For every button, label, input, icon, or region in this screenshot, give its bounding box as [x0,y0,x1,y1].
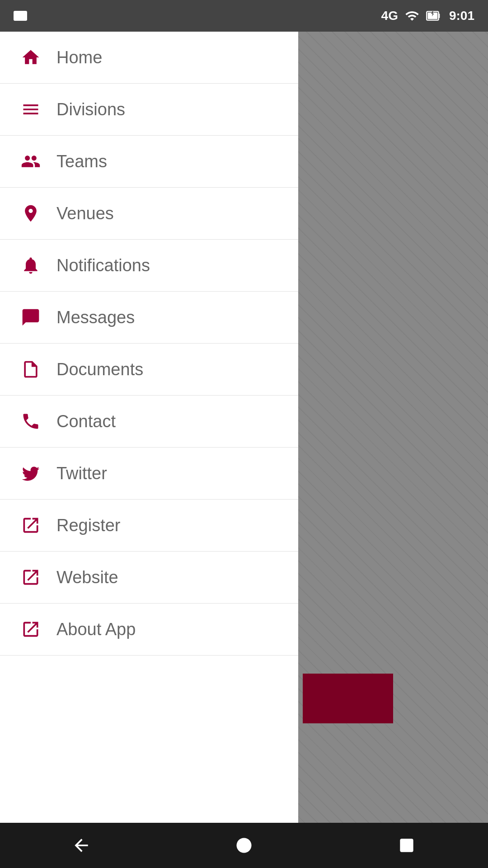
menu-label-home: Home [56,48,102,67]
menu-label-contact: Contact [56,412,116,431]
battery-icon [426,9,442,23]
menu-label-divisions: Divisions [56,100,125,119]
menu-item-venues[interactable]: Venues [0,188,298,240]
menu-item-notifications[interactable]: Notifications [0,240,298,292]
messages-icon [18,305,43,330]
drawer-menu: Home Divisions Teams Venues [0,32,298,868]
menu-label-teams: Teams [56,152,107,171]
venues-icon [18,201,43,226]
status-bar: 4G 9:01 [0,0,488,32]
menu-label-twitter: Twitter [56,464,107,483]
menu-label-notifications: Notifications [56,256,150,275]
twitter-icon [18,461,43,486]
signal-icon [405,9,419,23]
divisions-icon [18,97,43,122]
dark-red-box [303,674,393,723]
back-button[interactable] [63,827,99,863]
notifications-icon [18,253,43,278]
svg-rect-1 [428,13,438,19]
svg-point-3 [237,838,252,853]
main-layout: Home Divisions Teams Venues [0,32,488,868]
menu-item-about-app[interactable]: About App [0,604,298,656]
bg-overlay [298,32,488,868]
status-icons: 4G 9:01 [381,9,474,23]
clock: 9:01 [449,9,474,23]
website-icon [18,565,43,590]
menu-label-messages: Messages [56,308,135,327]
navigation-bar [0,823,488,868]
menu-label-venues: Venues [56,204,114,223]
home-icon [18,45,43,70]
menu-label-documents: Documents [56,360,143,379]
teams-icon [18,149,43,174]
home-button[interactable] [226,827,262,863]
register-icon [18,513,43,538]
menu-item-contact[interactable]: Contact [0,396,298,448]
background-area [298,32,488,868]
recents-button[interactable] [389,827,425,863]
svg-rect-4 [400,839,413,852]
documents-icon [18,357,43,382]
menu-item-register[interactable]: Register [0,500,298,552]
notification-icon [14,11,27,21]
menu-item-divisions[interactable]: Divisions [0,84,298,136]
about-app-icon [18,617,43,642]
menu-item-website[interactable]: Website [0,552,298,604]
contact-icon [18,409,43,434]
menu-item-home[interactable]: Home [0,32,298,84]
menu-item-messages[interactable]: Messages [0,292,298,344]
network-type: 4G [381,9,398,23]
menu-label-website: Website [56,568,118,587]
menu-item-teams[interactable]: Teams [0,136,298,188]
menu-label-register: Register [56,516,121,535]
menu-item-documents[interactable]: Documents [0,344,298,396]
menu-item-twitter[interactable]: Twitter [0,448,298,500]
status-bar-left [14,11,29,21]
menu-label-about-app: About App [56,620,136,639]
